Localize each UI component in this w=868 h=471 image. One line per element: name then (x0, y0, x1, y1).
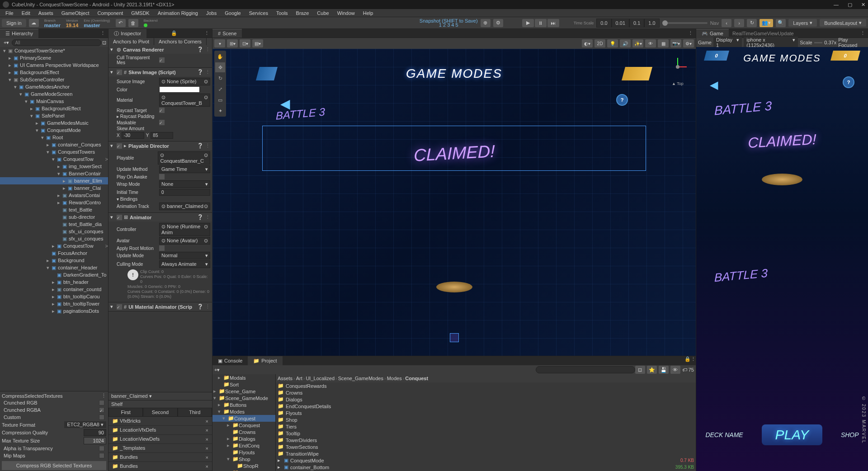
hierarchy-item[interactable]: ▣text_Battle (0, 206, 108, 213)
folder-item[interactable]: ▾📁Modes (212, 408, 275, 415)
menu-window[interactable]: Window (334, 9, 359, 17)
gizmo-icon[interactable]: ▦ (658, 39, 669, 47)
scale-slider[interactable] (814, 42, 823, 43)
asset-item[interactable]: 📁TowerSections (276, 443, 696, 450)
checkbox[interactable] (99, 414, 104, 420)
component-header[interactable]: ▾▸Playable Director❔⋮ (108, 141, 212, 150)
folder-item[interactable]: ▸📁EndConq (212, 442, 275, 449)
close-icon[interactable]: × (206, 446, 208, 451)
deck-button[interactable]: DECK NAME (705, 431, 743, 438)
hierarchy-item[interactable]: ▾▣ConquestTow> (0, 155, 108, 163)
back-arrow-icon[interactable]: ◀ (710, 79, 718, 91)
object-field[interactable]: ⊙ ConquestBanner_C⊙ (158, 151, 210, 165)
vcs-version[interactable]: Version19.14 (63, 19, 81, 28)
dropdown[interactable]: Normal▾ (159, 252, 210, 259)
menu-gameobject[interactable]: GameObject (58, 9, 93, 17)
collab-icon[interactable]: 👥▾ (760, 19, 773, 27)
menu-google[interactable]: Google (221, 9, 244, 17)
breadcrumb[interactable]: Assets (278, 376, 292, 381)
dropdown[interactable]: None▾ (159, 180, 210, 188)
asset-item[interactable]: 📁Dialogs (276, 396, 696, 403)
orientation-gizmo[interactable]: ▲ Top (664, 53, 691, 80)
timescale-slider[interactable] (662, 22, 708, 24)
hierarchy-item[interactable]: ▸▣btn_tooltipCarou (0, 293, 108, 300)
undo-icon[interactable]: ↶ (116, 19, 126, 27)
dropdown-icon[interactable]: ▾ (214, 39, 225, 47)
filter-icon[interactable]: ⊡ (635, 366, 645, 374)
cam-icon[interactable]: ⊕ (481, 19, 491, 27)
panel-menu-icon[interactable]: ⋮ (691, 356, 696, 365)
breadcrumb[interactable]: Modes (387, 376, 402, 381)
dropdown[interactable]: Game Time▾ (159, 165, 210, 173)
fav-icon[interactable]: ⭐ (647, 366, 657, 374)
maximize-icon[interactable]: ▢ (848, 2, 852, 8)
shelf-tab[interactable]: Second (143, 408, 177, 417)
menu-jobs[interactable]: Jobs (203, 9, 220, 17)
mip-checkbox[interactable] (99, 453, 104, 458)
close-icon[interactable]: × (206, 419, 208, 424)
checkbox[interactable] (99, 407, 104, 413)
checkbox[interactable] (99, 400, 104, 405)
help-icon[interactable]: ? (616, 94, 628, 106)
nav-prev-icon[interactable]: ‹ (722, 19, 731, 27)
hidden-icon[interactable]: 👁 (645, 39, 656, 47)
object-field[interactable]: ⊙ None (Sprite)⊙ (159, 78, 210, 85)
shelf-item[interactable]: 📁 LocationViewDefs× (108, 435, 212, 444)
asset-item[interactable]: 📁Shop (276, 416, 696, 423)
shelf-item[interactable]: 📁 _Templates× (108, 444, 212, 453)
checkbox[interactable] (159, 57, 165, 63)
help-icon[interactable]: ? (843, 76, 854, 88)
asset-item[interactable]: 📁TransitionWipe (276, 450, 696, 457)
object-field[interactable]: ⊙ None (Runtime Anim⊙ (159, 223, 210, 236)
component-header[interactable]: ▾◍Canvas Renderer❔⋮ (108, 45, 212, 54)
menu-animationrigging[interactable]: Animation Rigging (154, 9, 202, 17)
hierarchy-item[interactable]: ▸▣UI Camera Perspective Worldspace (0, 61, 108, 69)
checkbox[interactable] (159, 174, 165, 179)
close-icon[interactable]: × (206, 455, 208, 460)
scale-0.0[interactable]: 0.0 (596, 19, 611, 28)
shelf-item[interactable]: 📁 Bundles× (108, 453, 212, 462)
menu-assets[interactable]: Assets (35, 9, 57, 17)
component-header[interactable]: ▾#UI Material Animator (Scrip❔⋮ (108, 302, 212, 311)
refresh-icon[interactable]: ↻ (747, 19, 757, 27)
hierarchy-item[interactable]: ▣text_Battle_dia (0, 221, 108, 228)
asset-item[interactable]: ▸▣container_Bottom395.3 KB (276, 464, 696, 471)
hierarchy-search-input[interactable] (12, 39, 101, 46)
shop-button[interactable]: SHOP (841, 431, 859, 438)
lock-icon[interactable]: 🔒 (684, 356, 691, 365)
object-field[interactable]: ⊙ None (Avatar)⊙ (159, 237, 210, 245)
scale-tool-icon[interactable]: ⤢ (215, 84, 225, 94)
cloud-icon[interactable]: ☁ (29, 19, 39, 27)
hierarchy-item[interactable]: ▾▣Root (0, 134, 108, 141)
menu-component[interactable]: Component (94, 9, 127, 17)
lock-icon[interactable]: 🔒 (168, 30, 180, 36)
folder-item[interactable]: ▾📁Conquest (212, 415, 275, 422)
hierarchy-item[interactable]: ▸▣banner_Clai (0, 184, 108, 192)
hierarchy-item[interactable]: ▸▣AvatarsContai (0, 192, 108, 199)
scene-viewport[interactable]: ✋ ✥ ↻ ⤢ ▭ ✦ ▲ Top GAME MODES ◀ ? BATTLE … (212, 49, 696, 356)
hierarchy-item[interactable]: ▸▣container_Conques (0, 141, 108, 148)
hierarchy-item[interactable]: ▸▣BackgroundEffect (0, 105, 108, 112)
play-button[interactable]: PLAY (762, 424, 823, 445)
light-icon[interactable]: 💡 (607, 39, 618, 47)
shading-dropdown[interactable]: ◐▾ (582, 39, 593, 47)
shelf-tab[interactable]: Third (178, 408, 212, 417)
panel-menu-icon[interactable]: ⋮ (202, 30, 212, 36)
hidden-icon[interactable]: 👁 (670, 366, 680, 374)
folder-item[interactable]: 📁ShopR (212, 462, 275, 469)
hierarchy-item[interactable]: ▸▣banner_Elim (0, 177, 108, 184)
play-button[interactable]: ▶ (522, 19, 534, 27)
folder-item[interactable]: ▸📁Modals (212, 374, 275, 381)
close-icon[interactable]: × (206, 428, 208, 433)
search-icon[interactable]: 🔍 (776, 19, 786, 27)
hierarchy-item[interactable]: ▸▣ConquestTow> (0, 242, 108, 250)
hierarchy-item[interactable]: ▾▣GameModesAnchor (0, 83, 108, 90)
checkbox[interactable] (159, 120, 165, 125)
inspector-pathbar[interactable]: banner_Claimed ▾ (108, 392, 212, 400)
hierarchy-item[interactable]: ▸▣paginationsDots (0, 307, 108, 315)
color-swatch[interactable] (159, 86, 200, 93)
asset-item[interactable]: ▸▣ConquestMode0.7 KB (276, 457, 696, 464)
folder-item[interactable]: ▸📁Buttons (212, 401, 275, 408)
console-tab[interactable]: ▣Console (212, 356, 248, 365)
compress-button[interactable]: Compress RGB Selected Textures (2, 461, 106, 470)
